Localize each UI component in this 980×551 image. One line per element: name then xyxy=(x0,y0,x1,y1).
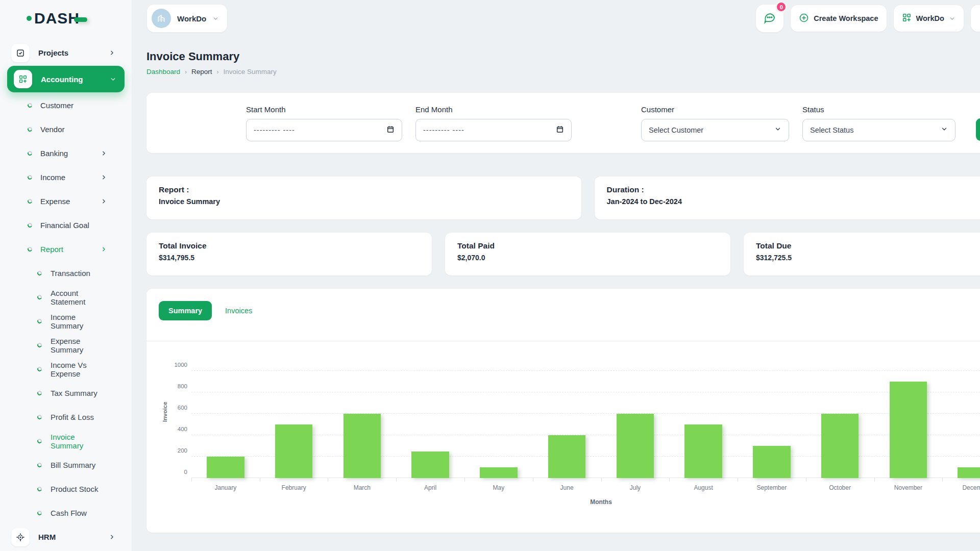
sidebar-item-projects[interactable]: Projects xyxy=(7,41,125,65)
sidebar-item-financial-goal[interactable]: Financial Goal xyxy=(7,213,125,237)
breadcrumb-dashboard[interactable]: Dashboard xyxy=(146,68,180,76)
bar-slot-july xyxy=(601,371,670,478)
sidebar-item-label: Transaction xyxy=(51,269,90,278)
bar-june xyxy=(548,435,586,478)
page-title: Invoice Summary xyxy=(146,50,277,63)
y-tick-label: 1000 xyxy=(168,362,187,368)
x-tick-label-august: August xyxy=(669,484,738,491)
y-axis-title: Invoice xyxy=(162,402,168,422)
duration-card-title: Duration : xyxy=(607,185,980,194)
sidebar-item-hrm[interactable]: HRM xyxy=(7,525,125,549)
sidebar-item-label: Account Statement xyxy=(51,289,107,306)
x-tick-mark xyxy=(669,478,670,482)
x-tick-label-april: April xyxy=(396,484,464,491)
sidebar-item-expense-summary[interactable]: Expense Summary xyxy=(7,333,125,357)
bar-slot-august xyxy=(669,371,738,478)
y-tick-label: 400 xyxy=(168,426,187,432)
bullet-icon xyxy=(27,174,33,181)
tab-invoices[interactable]: Invoices xyxy=(225,307,252,315)
sidebar-item-banking[interactable]: Banking xyxy=(7,141,125,165)
dash-logo[interactable]: DASH xyxy=(27,10,87,27)
report-card: Report : Invoice Summary xyxy=(146,177,581,219)
building-icon xyxy=(152,9,171,28)
language-selector[interactable]: EN xyxy=(971,5,980,32)
total-paid-value: $2,070.0 xyxy=(457,254,718,262)
sidebar-item-expense[interactable]: Expense xyxy=(7,189,125,213)
checkbox-icon xyxy=(11,44,30,62)
sidebar-item-label: Report xyxy=(40,245,63,254)
sidebar-item-vendor[interactable]: Vendor xyxy=(7,117,125,141)
bullet-icon xyxy=(27,127,33,133)
workspace-name: WorkDo xyxy=(177,14,206,23)
bar-slot-april xyxy=(396,371,464,478)
chevron-down-icon xyxy=(774,126,781,134)
bar-february xyxy=(275,424,313,478)
customer-select[interactable]: Select Customer xyxy=(641,119,789,141)
total-paid-label: Total Paid xyxy=(457,241,718,251)
total-due-value: $312,725.5 xyxy=(756,254,980,262)
bar-slot-september xyxy=(738,371,806,478)
sidebar-item-invoice-summary[interactable]: Invoice Summary xyxy=(7,429,125,453)
workdo-menu-button[interactable]: WorkDo xyxy=(894,5,964,32)
x-tick-mark xyxy=(942,478,943,482)
sidebar-item-cash-flow[interactable]: Cash Flow xyxy=(7,501,125,525)
sidebar-item-label: Income Summary xyxy=(51,313,107,330)
logo-text: DASH xyxy=(34,10,80,27)
sidebar-item-label: Income Vs Expense xyxy=(51,361,107,378)
y-tick-label: 600 xyxy=(168,405,187,411)
sidebar-item-income-vs-expense[interactable]: Income Vs Expense xyxy=(7,357,125,381)
create-workspace-button[interactable]: Create Workspace xyxy=(791,5,886,32)
sidebar-item-label: Expense Summary xyxy=(51,337,107,354)
sidebar-item-profit-loss[interactable]: Profit & Loss xyxy=(7,405,125,429)
sidebar-item-bill-summary[interactable]: Bill Summary xyxy=(7,453,125,477)
create-workspace-label: Create Workspace xyxy=(814,14,878,22)
sidebar-item-label: Customer xyxy=(40,101,74,110)
chart-card: Summary Invoices Invoice 020040060080010… xyxy=(146,289,980,533)
sidebar-item-label: Financial Goal xyxy=(40,221,89,230)
x-tick-label-september: September xyxy=(738,484,806,491)
x-tick-label-march: March xyxy=(328,484,397,491)
end-month-input[interactable]: --------- ---- xyxy=(415,119,572,141)
x-tick-mark xyxy=(191,478,192,482)
sidebar-item-product-stock[interactable]: Product Stock xyxy=(7,477,125,501)
y-tick-label: 200 xyxy=(168,447,187,454)
bar-slot-october xyxy=(806,371,874,478)
total-invoice-value: $314,795.5 xyxy=(159,254,420,262)
sidebar-item-customer[interactable]: Customer xyxy=(7,93,125,117)
calendar-icon[interactable] xyxy=(386,125,395,135)
sidebar-item-income-summary[interactable]: Income Summary xyxy=(7,309,125,333)
x-tick-label-february: February xyxy=(260,484,328,491)
status-select[interactable]: Select Status xyxy=(802,119,955,141)
bullet-icon xyxy=(37,366,43,372)
sidebar-item-income[interactable]: Income xyxy=(7,165,125,189)
sidebar-item-transaction[interactable]: Transaction xyxy=(7,261,125,285)
calendar-icon[interactable] xyxy=(556,125,564,135)
sidebar-item-accounting[interactable]: Accounting xyxy=(7,66,125,92)
breadcrumb-report[interactable]: Report xyxy=(191,68,212,76)
chat-icon xyxy=(763,11,776,26)
start-month-label: Start Month xyxy=(246,105,402,114)
bullet-icon xyxy=(37,438,43,444)
bar-slot-january xyxy=(191,371,260,478)
sidebar-item-report[interactable]: Report xyxy=(7,237,125,261)
invoice-bar-chart: Invoice 02004006008001000 JanuaryFebruar… xyxy=(146,341,980,506)
filter-card: Start Month --------- ---- End Month ---… xyxy=(146,93,980,153)
bullet-icon xyxy=(37,462,43,468)
tab-summary[interactable]: Summary xyxy=(159,301,212,320)
end-month-field: End Month --------- ---- xyxy=(415,105,572,141)
sidebar-item-tax-summary[interactable]: Tax Summary xyxy=(7,381,125,405)
sidebar-item-label: HRM xyxy=(38,533,56,541)
logo-dot-icon xyxy=(27,16,32,21)
apply-filter-button[interactable] xyxy=(976,118,980,141)
x-tick-mark xyxy=(874,478,875,482)
bullet-icon xyxy=(27,151,33,157)
x-tick-mark xyxy=(396,478,397,482)
bullet-icon xyxy=(27,198,33,205)
sidebar-item-label: Accounting xyxy=(41,75,83,84)
topbar: WorkDo 0 xyxy=(132,0,980,37)
total-paid-card: Total Paid $2,070.0 xyxy=(445,233,730,276)
sidebar-item-account-statement[interactable]: Account Statement xyxy=(7,285,125,309)
workspace-selector[interactable]: WorkDo xyxy=(147,5,227,32)
start-month-input[interactable]: --------- ---- xyxy=(246,119,402,141)
messages-button[interactable]: 0 xyxy=(756,5,783,32)
